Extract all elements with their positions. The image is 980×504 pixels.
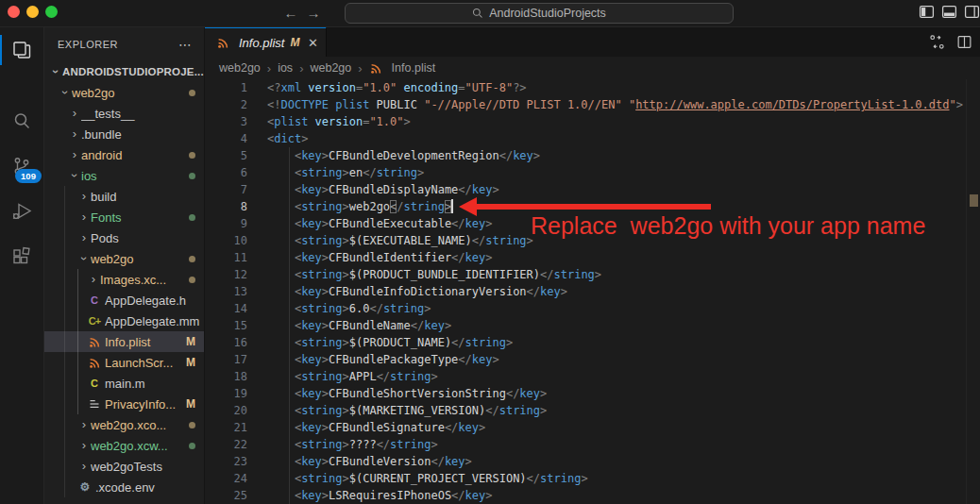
code-line-14[interactable]: 14 <string>6.0</string> [204,300,980,317]
indent-guide [64,186,65,207]
token-tag: string [301,302,342,315]
code-line-11[interactable]: 11 <key>CFBundleIdentifier</key> [204,249,980,266]
chevron-right-icon: › [77,418,91,431]
token-text: CFBundleDevelopmentRegion [329,149,499,162]
token-tag: key [540,285,561,298]
tree-item-android[interactable]: ›android [43,144,204,165]
code-area[interactable]: 1<?xml version="1.0" encoding="UTF-8"?>2… [204,79,980,504]
tree-item-build[interactable]: ›build [43,186,204,207]
code-line-16[interactable]: 16 <string>$(PRODUCT_NAME)</string> [204,334,980,351]
code-line-12[interactable]: 12 <string>$(PRODUCT_BUNDLE_IDENTIFIER)<… [204,266,980,283]
token-tag: key [445,455,465,468]
tree-item-main-m[interactable]: Cmain.m [43,373,204,394]
code-line-18[interactable]: 18 <string>APPL</string> [204,368,980,385]
c-file-icon: C [87,376,102,391]
code-text: <string>$(PRODUCT_NAME)</string> [267,334,513,351]
line-number: 25 [204,487,247,504]
tree-item-pods[interactable]: ›Pods [43,227,204,248]
code-line-10[interactable]: 10 <string>$(EXECUTABLE_NAME)</string> [204,232,980,249]
tree-item-info-plist[interactable]: Info.plistM [43,331,204,352]
tree-item-appdelegate-h[interactable]: CAppDelegate.h [43,290,204,311]
tree-item-launchscr-[interactable]: LaunchScr...M [43,352,204,373]
code-line-13[interactable]: 13 <key>CFBundleInfoDictionaryVersion</k… [204,283,980,300]
token-tag: string [465,336,506,349]
editor-scrollbar[interactable] [966,79,980,504]
breadcrumb-item-web2go[interactable]: web2go [219,61,261,75]
explorer-icon[interactable] [0,28,43,72]
code-line-15[interactable]: 15 <key>CFBundleName</key> [204,317,980,334]
breadcrumb-label: Info.plist [392,61,436,75]
indent-guide [64,248,65,269]
source-control-icon[interactable]: 109 [0,144,43,188]
split-editor-icon[interactable] [956,34,972,50]
navigate-back-button[interactable]: ← [281,3,300,24]
close-window-button[interactable] [8,6,20,18]
open-changes-icon[interactable] [929,34,945,50]
token-punctuation: = [458,81,465,94]
line-number: 19 [204,385,247,402]
tab-info-plist[interactable]: Info.plist M ✕ [204,26,327,57]
code-line-23[interactable]: 23 <key>CFBundleVersion</key> [204,453,980,470]
code-line-19[interactable]: 19 <key>CFBundleShortVersionString</key> [204,385,980,402]
indent-guide [64,477,65,497]
code-line-7[interactable]: 7 <key>CFBundleDisplayName</key> [204,181,980,198]
plist-file-icon [87,355,102,370]
minimize-window-button[interactable] [26,6,39,18]
navigate-forward-button[interactable]: → [304,3,323,24]
token-punctuation: > [343,336,349,349]
token-punctuation: > [343,302,349,315]
tree-item-web2go-xcw-[interactable]: ›web2go.xcw... [43,435,204,456]
breadcrumb-item-info-plist[interactable]: Info.plist [369,60,436,76]
tree-item-images-xc-[interactable]: ›Images.xc... [43,269,204,290]
code-line-5[interactable]: 5 <key>CFBundleDevelopmentRegion</key> [204,147,980,164]
line-number: 21 [204,419,247,436]
breadcrumb-separator-icon: › [358,61,362,76]
line-number: 10 [204,232,247,249]
code-line-24[interactable]: 24 <string>$(CURRENT_PROJECT_VERSION)</s… [204,470,980,487]
token-text [267,353,295,366]
breadcrumb-item-web2go[interactable]: web2go [310,61,351,75]
code-line-8[interactable]: 8 <string>web2go</string> [204,198,980,215]
toggle-primary-sidebar-icon[interactable] [919,4,935,20]
chevron-right-icon: › [77,231,91,244]
tree-item-androidstudioproje-[interactable]: ›ANDROIDSTUDIOPROJE... [43,61,204,82]
token-punctuation: </ [451,336,465,349]
tree-item--tests-[interactable]: ›__tests__ [43,103,204,124]
token-text: $(EXECUTABLE_NAME) [349,234,472,247]
tree-item-web2go-xco-[interactable]: ›web2go.xco... [43,414,204,435]
tab-close-icon[interactable]: ✕ [308,36,318,50]
tree-item--xcode-env[interactable]: ⚙.xcode.env [43,477,204,497]
code-line-17[interactable]: 17 <key>CFBundlePackageType</key> [204,351,980,368]
command-center-search[interactable]: AndroidStudioProjects [345,3,734,24]
tree-item-fonts[interactable]: ›Fonts [43,207,204,227]
explorer-more-actions-icon[interactable]: ⋯ [178,37,193,52]
code-line-3[interactable]: 3<plist version="1.0"> [204,113,980,130]
file-tree: ›ANDROIDSTUDIOPROJE...›web2go›__tests__›… [43,61,204,497]
tree-item-privacyinfo-[interactable]: PrivacyInfo...M [43,394,204,414]
toggle-panel-icon[interactable] [941,4,957,20]
extensions-icon[interactable] [0,235,43,278]
tree-item-web2gotests[interactable]: ›web2goTests [43,456,204,477]
token-punctuation: > [322,455,329,468]
tree-item--bundle[interactable]: ›.bundle [43,124,204,144]
token-text [267,319,295,332]
code-line-9[interactable]: 9 <key>CFBundleExecutable</key> [204,215,980,232]
indent-guide [64,290,65,311]
code-line-1[interactable]: 1<?xml version="1.0" encoding="UTF-8"?> [204,79,980,96]
search-view-icon[interactable] [0,99,43,143]
code-line-25[interactable]: 25 <key>LSRequiresIPhoneOS</key> [204,487,980,504]
code-line-2[interactable]: 2<!DOCTYPE plist PUBLIC "-//Apple//DTD P… [204,96,980,113]
tree-item-appdelegate-mm[interactable]: C+AppDelegate.mm [43,311,204,331]
code-line-4[interactable]: 4<dict> [204,130,980,147]
breadcrumb-item-ios[interactable]: ios [278,61,293,75]
tree-item-ios[interactable]: ›ios [43,165,204,186]
code-line-21[interactable]: 21 <key>CFBundleSignature</key> [204,419,980,436]
run-and-debug-icon[interactable] [0,190,43,233]
toggle-secondary-sidebar-icon[interactable] [964,4,980,20]
tree-item-web2go[interactable]: ›web2go [43,82,204,103]
code-line-6[interactable]: 6 <string>en</string> [204,164,980,181]
code-line-20[interactable]: 20 <string>$(MARKETING_VERSION)</string> [204,402,980,419]
code-line-22[interactable]: 22 <string>????</string> [204,436,980,453]
tree-item-web2go[interactable]: ›web2go [43,248,204,269]
zoom-window-button[interactable] [45,6,58,18]
